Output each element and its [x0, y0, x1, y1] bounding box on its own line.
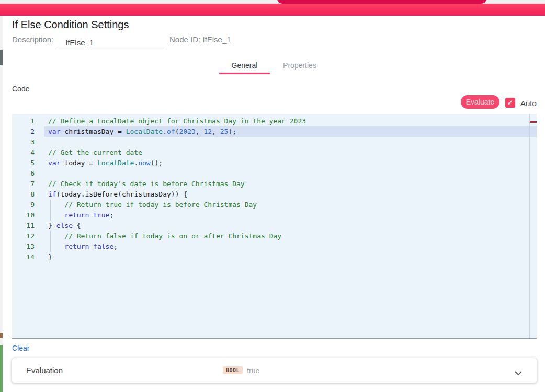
line-number: 11	[12, 221, 35, 231]
code-line-10[interactable]: 10 return true;	[12, 210, 537, 221]
description-label: Description:	[12, 35, 53, 44]
tab-general[interactable]: General	[219, 56, 270, 74]
indent-guide	[50, 200, 51, 210]
line-number: 2	[12, 126, 35, 137]
indent-guide	[50, 231, 51, 241]
evaluation-label: Evaluation	[26, 366, 63, 375]
line-number: 13	[12, 241, 35, 252]
code-line-content: var christmasDay = LocalDate.of(2023, 12…	[44, 126, 537, 137]
description-input[interactable]	[58, 33, 166, 49]
editor-scrollbar-track[interactable]	[529, 114, 537, 338]
code-editor-lines: 1// Define a LocalDate object for Christ…	[12, 116, 537, 262]
code-line-9[interactable]: 9 // Return true if today is before Chri…	[12, 200, 537, 210]
code-line-content: return false;	[44, 241, 537, 252]
code-line-content: // Check if today's date is before Chris…	[44, 179, 537, 189]
line-number: 8	[12, 189, 35, 200]
code-line-4[interactable]: 4// Get the current date	[12, 147, 537, 158]
code-line-content: // Return false if today is on or after …	[44, 231, 537, 241]
chevron-down-icon[interactable]	[515, 368, 522, 378]
indent-guide	[50, 210, 51, 221]
line-number: 9	[12, 200, 35, 210]
evaluation-panel[interactable]: Evaluation BOOL true	[12, 358, 537, 383]
code-line-content: }	[44, 252, 537, 262]
code-line-content: if(today.isBefore(christmasDay)) {	[44, 189, 537, 200]
code-line-content	[44, 137, 537, 147]
line-number: 4	[12, 147, 35, 158]
code-line-11[interactable]: 11} else {	[12, 221, 537, 231]
code-line-content: // Define a LocalDate object for Christm…	[44, 116, 537, 126]
code-line-3[interactable]: 3	[12, 137, 537, 147]
line-number: 5	[12, 158, 35, 168]
evaluate-button[interactable]: Evaluate	[461, 95, 499, 109]
line-number: 14	[12, 252, 35, 262]
line-number: 10	[12, 210, 35, 221]
code-line-content	[44, 168, 537, 179]
code-line-5[interactable]: 5var today = LocalDate.now();	[12, 158, 537, 168]
page-title: If Else Condition Settings	[12, 19, 129, 31]
background-toolbar-pill	[277, 0, 486, 4]
code-line-content: } else {	[44, 221, 537, 231]
code-line-8[interactable]: 8if(today.isBefore(christmasDay)) {	[12, 189, 537, 200]
code-line-12[interactable]: 12 // Return false if today is on or aft…	[12, 231, 537, 241]
code-editor[interactable]: 1// Define a LocalDate object for Christ…	[12, 114, 537, 339]
auto-checkbox-label: Auto	[520, 99, 537, 108]
indent-guide	[50, 241, 51, 252]
code-line-content: return true;	[44, 210, 537, 221]
code-line-content: // Return true if today is before Christ…	[44, 200, 537, 210]
code-line-7[interactable]: 7// Check if today's date is before Chri…	[12, 179, 537, 189]
line-number: 1	[12, 116, 35, 126]
line-number: 7	[12, 179, 35, 189]
check-icon: ✓	[507, 99, 513, 107]
code-line-content: var today = LocalDate.now();	[44, 158, 537, 168]
code-line-1[interactable]: 1// Define a LocalDate object for Christ…	[12, 116, 537, 126]
auto-checkbox[interactable]: ✓	[505, 98, 515, 108]
code-line-14[interactable]: 14}	[12, 252, 537, 262]
clear-link[interactable]: Clear	[12, 344, 29, 352]
line-number: 6	[12, 168, 35, 179]
code-line-content: // Get the current date	[44, 147, 537, 158]
evaluation-result: true	[247, 366, 259, 375]
code-line-2[interactable]: 2var christmasDay = LocalDate.of(2023, 1…	[12, 126, 537, 137]
tab-properties[interactable]: Properties	[278, 56, 321, 74]
line-number: 3	[12, 137, 35, 147]
code-section-label: Code	[12, 85, 29, 93]
type-badge: BOOL	[223, 366, 243, 374]
dialog-header-bar	[0, 4, 545, 16]
code-line-6[interactable]: 6	[12, 168, 537, 179]
editor-scroll-annotation	[530, 121, 537, 123]
active-tab-indicator	[219, 73, 270, 74]
code-line-13[interactable]: 13 return false;	[12, 241, 537, 252]
line-number: 12	[12, 231, 35, 241]
node-id-label: Node ID: IfElse_1	[169, 35, 231, 44]
if-else-settings-dialog: If Else Condition Settings Description: …	[3, 16, 545, 392]
